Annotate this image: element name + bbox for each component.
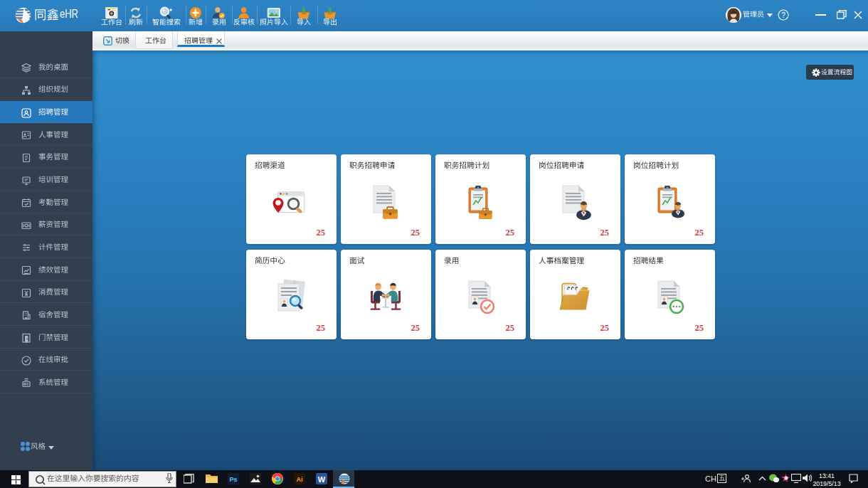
svg-text:W: W: [318, 475, 326, 484]
svg-text:Ai: Ai: [297, 476, 303, 483]
svg-text:?: ?: [781, 11, 785, 19]
svg-text:Ps: Ps: [229, 476, 237, 483]
